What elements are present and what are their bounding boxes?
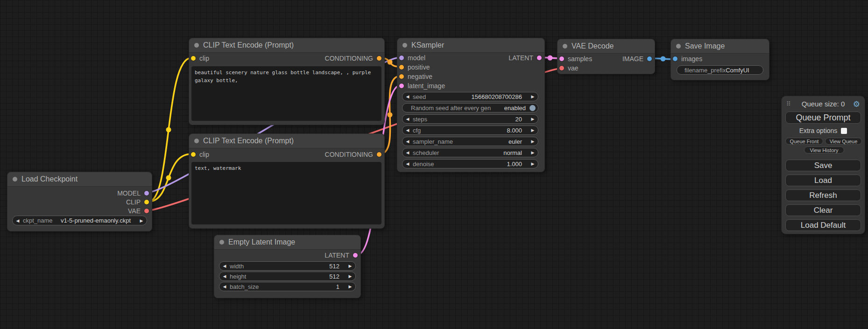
- increment-arrow-icon[interactable]: ▶: [528, 161, 538, 166]
- latent-output-slot[interactable]: [537, 56, 542, 60]
- model-output-slot[interactable]: [144, 191, 149, 196]
- extra-options-label: Extra options: [799, 127, 838, 134]
- widget-label: steps: [413, 116, 515, 123]
- image-output-slot[interactable]: [647, 56, 652, 61]
- node-titlebar[interactable]: Empty Latent Image: [214, 235, 360, 250]
- widget-value: 512: [329, 263, 339, 270]
- save-image-node[interactable]: Save Image images filename_prefix ComfyU…: [670, 39, 769, 80]
- collapse-dot-icon[interactable]: [13, 177, 17, 182]
- cfg-widget[interactable]: ◀ cfg 8.000 ▶: [402, 126, 538, 135]
- vae-output-slot[interactable]: [144, 209, 149, 213]
- widget-label: scheduler: [413, 149, 503, 156]
- collapse-dot-icon[interactable]: [194, 43, 199, 48]
- scheduler-widget[interactable]: ◀ scheduler normal ▶: [402, 148, 538, 157]
- load-checkpoint-node[interactable]: Load Checkpoint MODEL CLIP VAE ◀ ckpt_na…: [7, 172, 152, 231]
- link-dot: [166, 175, 171, 181]
- decrement-arrow-icon[interactable]: ◀: [402, 150, 413, 155]
- empty-latent-image-node[interactable]: Empty Latent Image LATENT ◀ width 512 ▶ …: [214, 235, 361, 298]
- decrement-arrow-icon[interactable]: ◀: [402, 161, 413, 166]
- collapse-dot-icon[interactable]: [676, 44, 681, 49]
- collapse-dot-icon[interactable]: [194, 139, 199, 143]
- queue-front-button[interactable]: Queue Front: [785, 138, 823, 145]
- decrement-arrow-icon[interactable]: ◀: [219, 274, 230, 279]
- positive-input-slot[interactable]: [399, 65, 404, 70]
- widget-label: batch_size: [230, 283, 336, 290]
- widget-value: 1: [336, 283, 339, 290]
- toggle-circle-icon[interactable]: [529, 105, 536, 111]
- slot-label: CLIP: [126, 198, 141, 206]
- queue-prompt-button[interactable]: Queue Prompt: [785, 112, 861, 124]
- view-history-button[interactable]: View History: [804, 147, 844, 154]
- widget-label: ckpt_name: [23, 217, 61, 224]
- increment-arrow-icon[interactable]: ▶: [345, 274, 355, 279]
- random-seed-toggle-widget[interactable]: Random seed after every gen enabled: [402, 103, 538, 112]
- clear-button[interactable]: Clear: [785, 204, 861, 216]
- filename-prefix-widget[interactable]: filename_prefix ComfyUI: [677, 65, 763, 75]
- collapse-dot-icon[interactable]: [563, 44, 567, 49]
- node-titlebar[interactable]: Save Image: [671, 39, 769, 54]
- batch-size-widget[interactable]: ◀ batch_size 1 ▶: [219, 282, 356, 291]
- sampler-name-widget[interactable]: ◀ sampler_name euler ▶: [402, 137, 538, 146]
- node-title: Load Checkpoint: [21, 172, 78, 186]
- gear-icon[interactable]: ⚙: [853, 99, 860, 109]
- node-titlebar[interactable]: VAE Decode: [557, 39, 655, 54]
- slot-label: negative: [408, 73, 432, 80]
- node-titlebar[interactable]: KSampler: [397, 38, 544, 53]
- latent-image-input-slot[interactable]: [399, 84, 404, 88]
- increment-arrow-icon[interactable]: ▶: [345, 284, 355, 289]
- increment-arrow-icon[interactable]: ▶: [528, 139, 538, 144]
- decrement-arrow-icon[interactable]: ◀: [402, 117, 413, 121]
- ksampler-node[interactable]: KSampler model LATENT positive negative …: [397, 38, 545, 172]
- prompt-textarea[interactable]: beautiful scenery nature glass bottle la…: [191, 66, 381, 121]
- denoise-widget[interactable]: ◀ denoise 1.000 ▶: [402, 159, 538, 168]
- latent-output-slot[interactable]: [353, 253, 358, 258]
- clip-output-slot[interactable]: [144, 200, 149, 204]
- ckpt-name-widget[interactable]: ◀ ckpt_name v1-5-pruned-emaonly.ckpt ▶: [12, 216, 147, 225]
- extra-options-checkbox[interactable]: [841, 128, 847, 134]
- increment-arrow-icon[interactable]: ▶: [345, 264, 355, 268]
- vae-decode-node[interactable]: VAE Decode samples IMAGE vae: [557, 39, 655, 74]
- clip-text-encode-node-1[interactable]: CLIP Text Encode (Prompt) clip CONDITION…: [189, 38, 385, 125]
- vae-input-slot[interactable]: [559, 66, 564, 70]
- decrement-arrow-icon[interactable]: ◀: [219, 284, 230, 289]
- negative-input-slot[interactable]: [399, 74, 404, 79]
- height-widget[interactable]: ◀ height 512 ▶: [219, 272, 356, 281]
- widget-value: enabled: [504, 105, 526, 112]
- increment-arrow-icon[interactable]: ▶: [528, 94, 538, 99]
- widget-value: normal: [503, 149, 522, 156]
- link-dot: [548, 56, 553, 61]
- widget-label: width: [230, 263, 329, 270]
- node-title: CLIP Text Encode (Prompt): [203, 134, 294, 148]
- node-title: VAE Decode: [572, 39, 614, 53]
- save-button[interactable]: Save: [785, 160, 861, 171]
- load-button[interactable]: Load: [785, 175, 861, 186]
- node-titlebar[interactable]: CLIP Text Encode (Prompt): [189, 134, 384, 148]
- increment-arrow-icon[interactable]: ▶: [528, 150, 538, 155]
- decrement-arrow-icon[interactable]: ◀: [13, 218, 23, 223]
- decrement-arrow-icon[interactable]: ◀: [219, 264, 230, 268]
- load-default-button[interactable]: Load Default: [785, 219, 861, 231]
- widget-label: Random seed after every gen: [411, 105, 504, 112]
- node-titlebar[interactable]: CLIP Text Encode (Prompt): [189, 38, 384, 53]
- prompt-textarea[interactable]: text, watermark: [191, 162, 381, 224]
- decrement-arrow-icon[interactable]: ◀: [402, 139, 413, 144]
- widget-label: filename_prefix: [685, 67, 726, 74]
- decrement-arrow-icon[interactable]: ◀: [402, 94, 413, 99]
- collapse-dot-icon[interactable]: [219, 240, 224, 245]
- increment-arrow-icon[interactable]: ▶: [528, 128, 538, 133]
- increment-arrow-icon[interactable]: ▶: [528, 117, 538, 121]
- refresh-button[interactable]: Refresh: [785, 189, 861, 201]
- width-widget[interactable]: ◀ width 512 ▶: [219, 261, 356, 271]
- conditioning-output-slot[interactable]: [377, 152, 381, 157]
- conditioning-output-slot[interactable]: [377, 56, 381, 61]
- increment-arrow-icon[interactable]: ▶: [136, 218, 147, 223]
- seed-widget[interactable]: ◀ seed 156680208700286 ▶: [402, 92, 538, 101]
- steps-widget[interactable]: ◀ steps 20 ▶: [402, 114, 538, 124]
- decrement-arrow-icon[interactable]: ◀: [402, 128, 413, 133]
- images-input-slot[interactable]: [673, 56, 677, 61]
- node-titlebar[interactable]: Load Checkpoint: [7, 172, 152, 187]
- clip-text-encode-node-2[interactable]: CLIP Text Encode (Prompt) clip CONDITION…: [189, 133, 385, 229]
- view-queue-button[interactable]: View Queue: [825, 138, 862, 145]
- collapse-dot-icon[interactable]: [402, 43, 407, 48]
- node-graph-canvas[interactable]: CLIP Text Encode (Prompt) clip CONDITION…: [0, 0, 868, 329]
